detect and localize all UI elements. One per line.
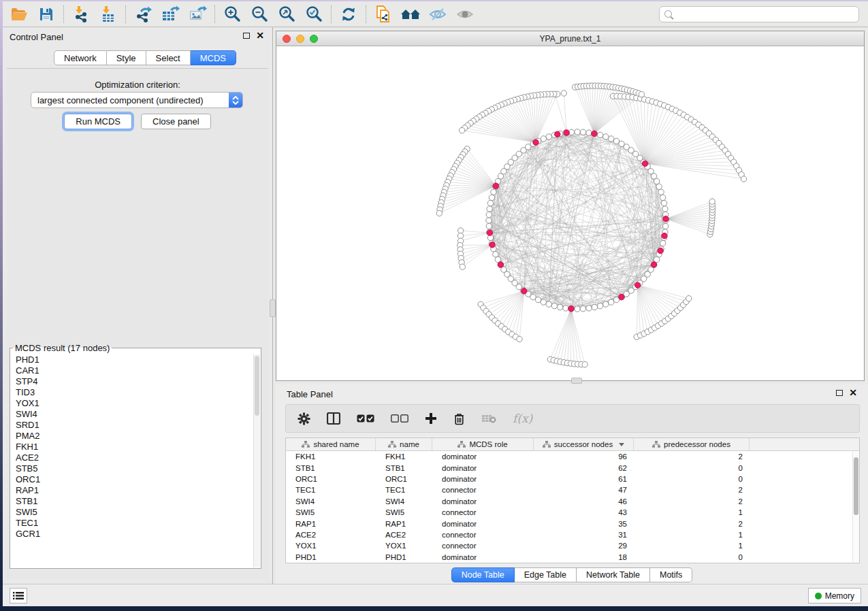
copy-network-icon[interactable] [370, 3, 397, 25]
save-session-icon[interactable] [33, 3, 60, 25]
mcds-result-item[interactable]: PMA2 [16, 431, 253, 442]
zoom-fit-icon[interactable] [273, 3, 300, 25]
right-pane: YPA_prune.txt_1 Table Panel ✕ [273, 27, 868, 584]
mcds-result-item[interactable]: TEC1 [16, 518, 253, 529]
tab-mcds[interactable]: MCDS [191, 50, 236, 65]
close-panel-button[interactable]: Close panel [141, 114, 211, 129]
mcds-result-item[interactable]: RAP1 [16, 485, 253, 496]
deselect-all-icon[interactable] [391, 414, 408, 423]
tab-edge-table[interactable]: Edge Table [515, 567, 577, 582]
column-header-shared-name[interactable]: shared name [286, 438, 376, 450]
column-header-predecessor-nodes[interactable]: predecessor nodes [634, 438, 750, 450]
memory-status-icon [815, 593, 822, 599]
toolbar-separator [214, 5, 215, 23]
table-row[interactable]: TEC1TEC1connector472 [286, 484, 859, 495]
toolbar-separator [125, 5, 126, 23]
float-table-panel-icon[interactable] [836, 390, 843, 396]
table-row[interactable]: YOX1YOX1connector291 [286, 540, 859, 551]
control-panel: Control Panel ✕ Network Style Select MCD… [3, 27, 273, 584]
table-row[interactable]: RAP1RAP1dominator352 [286, 518, 859, 529]
toolbar-separator [366, 5, 366, 23]
import-table-icon[interactable] [95, 3, 122, 25]
vertical-splitter-handle[interactable] [270, 299, 276, 317]
table-row[interactable]: PHD1PHD1dominator180 [286, 552, 859, 563]
close-panel-icon[interactable]: ✕ [256, 32, 264, 39]
mcds-result-item[interactable]: ACE2 [16, 452, 253, 463]
select-all-icon[interactable] [357, 414, 374, 423]
search-box[interactable] [659, 6, 859, 22]
add-column-icon[interactable] [425, 412, 437, 425]
settings-gear-icon[interactable] [298, 412, 310, 425]
run-mcds-button[interactable]: Run MCDS [64, 114, 132, 129]
float-panel-icon[interactable] [243, 33, 250, 39]
mcds-result-item[interactable]: SRD1 [16, 420, 253, 431]
refresh-layout-icon[interactable] [335, 3, 362, 25]
control-panel-title: Control Panel [10, 32, 63, 42]
mcds-result-scrollbar[interactable] [253, 354, 260, 567]
node-table: shared namenameMCDS rolesuccessor nodesp… [285, 437, 860, 563]
table-row[interactable]: STB1STB1dominator620 [286, 462, 859, 473]
mcds-result-list[interactable]: PHD1CAR1STP4TID3YOX1SWI4SRD1PMA2FKH1ACE2… [10, 354, 253, 568]
tab-motifs[interactable]: Motifs [650, 567, 692, 582]
import-network-icon[interactable] [67, 3, 95, 25]
zoom-in-icon[interactable] [219, 3, 246, 25]
table-row[interactable]: SWI5SWI5connector431 [286, 507, 859, 518]
mcds-result-item[interactable]: STP4 [16, 376, 253, 387]
export-network-icon[interactable] [129, 3, 157, 25]
delete-column-icon[interactable] [453, 412, 465, 425]
first-neighbors-icon[interactable] [397, 3, 424, 25]
mcds-result-item[interactable]: TID3 [16, 387, 253, 398]
network-view-window: YPA_prune.txt_1 [276, 31, 865, 381]
mcds-result-item[interactable]: ORC1 [16, 474, 253, 485]
mcds-result-item[interactable]: STB5 [16, 463, 253, 474]
table-row[interactable]: ORC1ORC1dominator610 [286, 474, 859, 484]
function-builder-icon[interactable]: f(x) [513, 412, 532, 425]
mcds-result-item[interactable]: SWI5 [16, 507, 253, 518]
hide-selected-icon[interactable] [424, 3, 451, 25]
tab-node-table[interactable]: Node Table [451, 567, 515, 582]
mcds-result-item[interactable]: YOX1 [16, 398, 253, 409]
search-icon [664, 10, 672, 18]
select-stepper-icon [229, 93, 242, 108]
mcds-result-item[interactable]: GCR1 [16, 529, 253, 540]
zoom-out-icon[interactable] [246, 3, 273, 25]
network-canvas[interactable] [276, 46, 864, 380]
mcds-result-item[interactable]: SWI4 [16, 409, 253, 420]
status-list-button[interactable] [10, 588, 27, 604]
application-window: Control Panel ✕ Network Style Select MCD… [3, 1, 868, 606]
column-header-successor-nodes[interactable]: successor nodes [534, 438, 634, 450]
column-header-MCDS-role[interactable]: MCDS role [432, 438, 534, 450]
column-header-name[interactable]: name [376, 438, 432, 450]
memory-button[interactable]: Memory [808, 588, 861, 604]
node-table-body[interactable]: FKH1FKH1dominator962STB1STB1dominator620… [286, 451, 859, 563]
table-row[interactable]: SWI4SWI4dominator462 [286, 496, 859, 507]
network-window-title: YPA_prune.txt_1 [276, 34, 864, 44]
tab-style[interactable]: Style [107, 50, 146, 65]
tab-network[interactable]: Network [54, 50, 107, 65]
table-row[interactable]: ACE2ACE2connector311 [286, 529, 859, 540]
show-all-icon[interactable] [451, 3, 479, 25]
export-image-icon[interactable] [184, 3, 211, 25]
mcds-result-item[interactable]: PHD1 [16, 354, 253, 365]
network-window-titlebar[interactable]: YPA_prune.txt_1 [276, 31, 864, 46]
export-table-icon[interactable] [157, 3, 184, 25]
close-table-panel-icon[interactable]: ✕ [849, 389, 857, 396]
list-icon [13, 591, 24, 600]
zoom-selected-icon[interactable] [300, 3, 327, 25]
show-columns-icon[interactable] [327, 412, 340, 425]
mcds-result-item[interactable]: STB1 [16, 496, 253, 507]
search-input[interactable] [675, 10, 858, 19]
table-row[interactable]: FKH1FKH1dominator962 [286, 451, 859, 462]
table-scrollbar[interactable] [852, 452, 859, 562]
optimization-criterion-select[interactable]: largest connected component (undirected) [31, 92, 243, 108]
delete-table-icon[interactable] [481, 414, 496, 423]
mcds-result-item[interactable]: CAR1 [16, 365, 253, 376]
open-file-icon[interactable] [5, 3, 33, 25]
optimization-criterion-label: Optimization criterion: [7, 80, 268, 90]
tab-network-table[interactable]: Network Table [577, 567, 650, 582]
mcds-result-item[interactable]: FKH1 [16, 442, 253, 452]
optimization-criterion-value: largest connected component (undirected) [31, 95, 229, 105]
tab-select[interactable]: Select [146, 50, 191, 65]
mcds-panel: Optimization criterion: largest connecte… [7, 68, 268, 580]
horizontal-splitter-handle[interactable] [571, 378, 582, 384]
